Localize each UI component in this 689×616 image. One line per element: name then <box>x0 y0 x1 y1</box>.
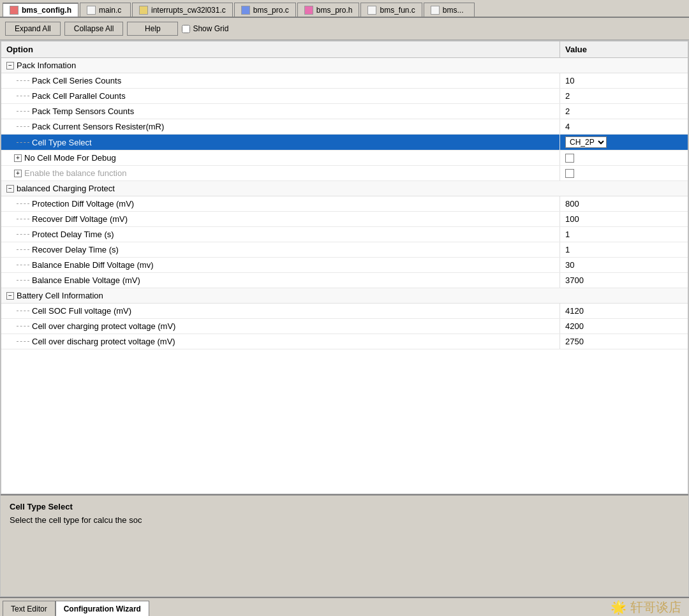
tree-line-icon <box>17 142 29 143</box>
group-row-pack_info[interactable]: −Pack Infomation <box>1 58 688 73</box>
value-cell: 100 <box>560 212 688 226</box>
tab-icon-bms_config <box>10 6 19 15</box>
table-row[interactable]: Recover Delay Time (s)1 <box>1 242 688 258</box>
table-row[interactable]: Cell over discharg protect voltage (mV)2… <box>1 334 688 349</box>
show-grid-label[interactable]: Show Grid <box>182 24 228 33</box>
value-cell: 4200 <box>560 319 688 334</box>
tree-line-icon <box>17 280 29 281</box>
item-checkbox[interactable] <box>565 154 574 163</box>
tree-line-icon <box>17 341 29 342</box>
header-value: Value <box>560 41 688 57</box>
bottom-tab-bar: Text EditorConfiguration Wizard 🌟 轩哥谈店 <box>0 597 689 616</box>
table-row[interactable]: Cell Type SelectCH_2PCH_3PCH_4P <box>1 135 688 150</box>
value-cell: 1 <box>560 227 688 242</box>
table-row[interactable]: Recover Diff Voltage (mV)100 <box>1 212 688 227</box>
table-row[interactable]: Balance Enable Diff Voltage (mv)30 <box>1 258 688 273</box>
option-cell: Protection Diff Voltage (mV) <box>1 196 560 211</box>
table-row[interactable]: Pack Temp Sensors Counts2 <box>1 104 688 119</box>
tab-bms_extra[interactable]: bms... <box>424 3 475 17</box>
expand-icon-pack_info[interactable]: − <box>6 62 14 70</box>
help-button[interactable]: Help <box>127 22 178 36</box>
tree-line-icon <box>17 265 29 265</box>
table-row[interactable]: Cell over charging protect voltage (mV)4… <box>1 319 688 334</box>
value-cell: 4120 <box>560 304 688 318</box>
value-cell[interactable]: CH_2PCH_3PCH_4P <box>560 135 688 150</box>
option-label: Pack Temp Sensors Counts <box>32 106 134 116</box>
option-cell: +No Cell Mode For Debug <box>1 150 560 165</box>
group-label-pack_info: Pack Infomation <box>17 61 76 70</box>
table-row[interactable]: Pack Cell Parallel Counts2 <box>1 89 688 104</box>
tab-bar: bms_config.hmain.cinterrupts_cw32l031.cb… <box>0 0 689 18</box>
tab-bms_pro_c[interactable]: bms_pro.c <box>234 3 296 17</box>
config-table: Option Value −Pack InfomationPack Cell S… <box>1 41 688 494</box>
tree-line-icon <box>17 111 29 112</box>
item-expand-icon[interactable]: + <box>14 154 22 162</box>
option-label: Recover Diff Voltage (mV) <box>32 214 128 224</box>
table-row[interactable]: Cell SOC Full voltage (mV)4120 <box>1 304 688 319</box>
item-expand-icon[interactable]: + <box>14 170 22 177</box>
option-cell: Cell Type Select <box>1 135 560 150</box>
option-cell: Recover Delay Time (s) <box>1 242 560 257</box>
table-row[interactable]: Pack Cell Series Counts10 <box>1 73 688 89</box>
collapse-all-button[interactable]: Collapse All <box>64 22 124 36</box>
option-label: Enable the balance function <box>24 168 126 178</box>
tab-label-bms_fun: bms_fun.c <box>380 6 415 15</box>
bottom-tab-text_editor[interactable]: Text Editor <box>3 601 56 616</box>
tab-icon-bms_extra <box>431 6 440 15</box>
tab-bms_pro_h[interactable]: bms_pro.h <box>297 3 360 17</box>
table-header: Option Value <box>1 41 688 58</box>
tree-line-icon <box>17 249 29 250</box>
show-grid-checkbox[interactable] <box>182 25 190 33</box>
table-row[interactable]: Protection Diff Voltage (mV)800 <box>1 196 688 212</box>
tab-bms_config[interactable]: bms_config.h <box>3 3 78 17</box>
expand-icon-balanced_charging[interactable]: − <box>6 185 14 193</box>
group-row-balanced_charging[interactable]: −balanced Charging Protect <box>1 181 688 196</box>
option-cell: Protect Delay Time (s) <box>1 227 560 242</box>
tab-icon-bms_pro_c <box>241 6 250 15</box>
bottom-tab-config_wizard[interactable]: Configuration Wizard <box>56 601 149 616</box>
option-label: Protection Diff Voltage (mV) <box>32 199 134 209</box>
tree-line-icon <box>17 203 29 204</box>
tree-line-icon <box>17 326 29 326</box>
option-label: Balance Enable Diff Voltage (mv) <box>32 260 154 270</box>
table-row[interactable]: Protect Delay Time (s)1 <box>1 227 688 242</box>
group-row-battery_cell[interactable]: −Battery Cell Information <box>1 288 688 304</box>
group-value-cell-balanced_charging <box>560 181 688 196</box>
table-row[interactable]: Balance Enable Voltage (mV)3700 <box>1 273 688 288</box>
option-cell: Balance Enable Diff Voltage (mv) <box>1 258 560 272</box>
tab-label-interrupts: interrupts_cw32l031.c <box>151 6 226 15</box>
option-cell: Cell over discharg protect voltage (mV) <box>1 334 560 349</box>
group-cell-balanced_charging: −balanced Charging Protect <box>1 181 560 196</box>
value-cell: 2750 <box>560 334 688 349</box>
expand-icon-battery_cell[interactable]: − <box>6 292 14 300</box>
tree-line-icon <box>17 96 29 96</box>
tab-icon-main <box>87 6 96 15</box>
option-label: Cell over charging protect voltage (mV) <box>32 321 175 331</box>
option-cell: Pack Cell Parallel Counts <box>1 89 560 103</box>
tab-bms_fun[interactable]: bms_fun.c <box>360 3 422 17</box>
tab-icon-bms_fun <box>367 6 376 15</box>
toolbar: Expand All Collapse All Help Show Grid <box>0 18 689 40</box>
group-cell-battery_cell: −Battery Cell Information <box>1 288 560 303</box>
table-row[interactable]: Pack Current Sensors Resister(mR)4 <box>1 119 688 135</box>
tab-label-bms_pro_c: bms_pro.c <box>253 6 289 15</box>
show-grid-text: Show Grid <box>193 24 228 33</box>
tab-label-main: main.c <box>99 6 121 15</box>
tree-line-icon <box>17 126 29 127</box>
expand-all-button[interactable]: Expand All <box>5 22 61 36</box>
table-row[interactable]: +No Cell Mode For Debug <box>1 150 688 166</box>
item-checkbox[interactable] <box>565 169 574 178</box>
group-value-cell-battery_cell <box>560 288 688 303</box>
tab-main[interactable]: main.c <box>80 3 131 17</box>
option-label: Cell Type Select <box>32 138 92 147</box>
option-cell: +Enable the balance function <box>1 166 560 180</box>
table-row[interactable]: +Enable the balance function <box>1 166 688 181</box>
tree-line-icon <box>17 234 29 235</box>
tab-interrupts[interactable]: interrupts_cw32l031.c <box>132 3 233 17</box>
value-cell: 2 <box>560 89 688 103</box>
tab-icon-interrupts <box>139 6 148 15</box>
value-cell: 4 <box>560 119 688 134</box>
cell-type-select-dropdown[interactable]: CH_2PCH_3PCH_4P <box>565 136 607 148</box>
value-cell: 30 <box>560 258 688 272</box>
option-cell: Pack Current Sensors Resister(mR) <box>1 119 560 134</box>
